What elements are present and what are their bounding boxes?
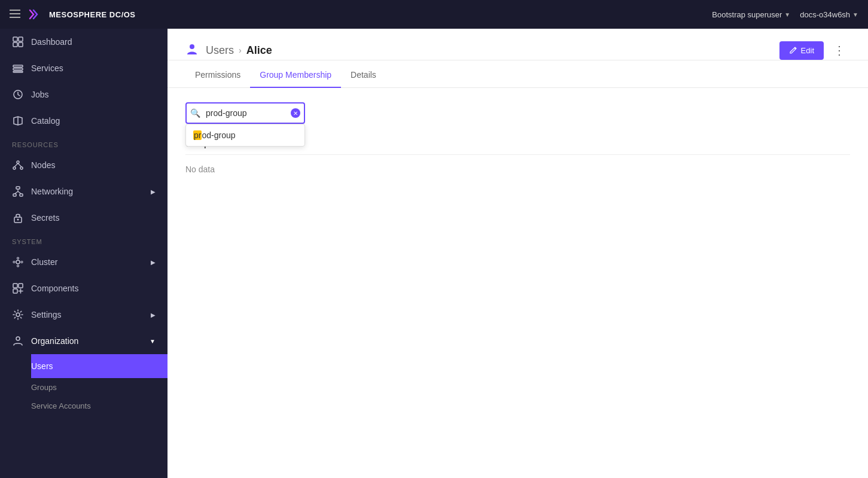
- svg-point-28: [13, 261, 15, 263]
- sidebar-item-networking[interactable]: Networking ▶: [0, 178, 167, 205]
- breadcrumb-parent[interactable]: Users: [206, 44, 234, 57]
- tab-permissions[interactable]: Permissions: [185, 63, 250, 88]
- cluster-chevron-icon: ▶: [151, 259, 156, 266]
- dashboard-icon: [12, 36, 24, 48]
- sidebar-item-jobs[interactable]: Jobs: [0, 81, 167, 108]
- logo-text: MESOSPHERE DC/OS: [49, 10, 136, 19]
- cluster-icon: [12, 256, 24, 268]
- svg-rect-30: [13, 284, 17, 288]
- sidebar-item-label: Organization: [31, 336, 78, 346]
- svg-point-26: [17, 257, 19, 259]
- sidebar-item-label: Components: [31, 284, 78, 293]
- sidebar-item-dashboard[interactable]: Dashboard: [0, 29, 167, 55]
- sidebar-item-label: Settings: [31, 310, 62, 319]
- svg-rect-8: [13, 68, 23, 70]
- header-actions: Edit ⋮: [779, 41, 850, 60]
- svg-rect-17: [16, 187, 20, 189]
- sidebar-item-catalog[interactable]: Catalog: [0, 108, 167, 134]
- breadcrumb: Users › Alice: [185, 42, 272, 59]
- jobs-icon: [12, 89, 24, 101]
- svg-point-12: [17, 161, 19, 163]
- nodes-icon: [12, 159, 24, 171]
- users-sub-label: Users: [31, 361, 53, 371]
- sidebar-item-settings[interactable]: Settings ▶: [0, 302, 167, 328]
- page-header: Users › Alice Edit ⋮: [167, 29, 868, 60]
- sidebar-item-organization[interactable]: Organization ▼: [0, 328, 167, 354]
- svg-point-33: [16, 313, 20, 316]
- svg-point-27: [17, 265, 19, 267]
- svg-line-15: [14, 163, 18, 167]
- more-options-button[interactable]: ⋮: [829, 41, 850, 60]
- user-menu[interactable]: Bootstrap superuser ▼: [712, 10, 790, 19]
- tab-group-membership[interactable]: Group Membership: [250, 63, 341, 88]
- svg-rect-31: [19, 284, 23, 288]
- search-dropdown-item[interactable]: prod-group: [186, 124, 304, 146]
- svg-rect-7: [13, 65, 23, 67]
- svg-rect-0: [10, 10, 20, 11]
- svg-line-21: [15, 191, 19, 194]
- sidebar-item-label: Cluster: [31, 257, 57, 267]
- cluster-label: docs-o34w6sh: [800, 10, 850, 19]
- search-input[interactable]: [185, 102, 305, 124]
- sidebar-item-services[interactable]: Services: [0, 55, 167, 81]
- sidebar-item-secrets[interactable]: Secrets: [0, 205, 167, 231]
- secrets-icon: [12, 212, 24, 224]
- sidebar-item-label: Dashboard: [31, 37, 72, 47]
- sidebar-item-service-accounts[interactable]: Service Accounts: [31, 397, 167, 415]
- sidebar-item-groups[interactable]: Groups: [31, 378, 167, 397]
- settings-chevron-icon: ▶: [151, 312, 156, 318]
- sidebar-item-label: Secrets: [31, 213, 59, 223]
- search-rest: od-group: [202, 130, 235, 140]
- edit-button[interactable]: Edit: [779, 41, 824, 60]
- sidebar-item-label: Nodes: [31, 160, 55, 170]
- no-data-message: No data: [185, 155, 850, 184]
- cluster-menu[interactable]: docs-o34w6sh ▼: [800, 10, 858, 19]
- sidebar-item-cluster[interactable]: Cluster ▶: [0, 249, 167, 275]
- svg-point-14: [20, 167, 23, 169]
- resources-section-label: Resources: [0, 134, 167, 152]
- user-label: Bootstrap superuser: [712, 10, 782, 19]
- search-dropdown: prod-group: [185, 124, 305, 147]
- sidebar-item-label: Jobs: [31, 90, 49, 99]
- sidebar-item-label: Services: [31, 63, 63, 73]
- cluster-caret-icon: ▼: [852, 11, 858, 18]
- networking-icon: [12, 185, 24, 197]
- sidebar-item-nodes[interactable]: Nodes: [0, 152, 167, 178]
- svg-rect-6: [19, 42, 23, 47]
- svg-rect-32: [13, 289, 17, 293]
- sidebar-item-label: Networking: [31, 187, 73, 196]
- tab-details[interactable]: Details: [341, 63, 386, 88]
- services-icon: [12, 62, 24, 74]
- svg-rect-9: [13, 71, 23, 72]
- app-logo: MESOSPHERE DC/OS: [28, 8, 136, 21]
- user-caret-icon: ▼: [784, 11, 790, 18]
- svg-point-35: [190, 44, 194, 49]
- edit-button-label: Edit: [801, 46, 814, 55]
- svg-point-24: [17, 219, 19, 221]
- sidebar-item-label: Catalog: [31, 116, 60, 126]
- sidebar-item-components[interactable]: Components: [0, 275, 167, 302]
- topbar: MESOSPHERE DC/OS Bootstrap superuser ▼ d…: [0, 0, 868, 29]
- tab-bar: Permissions Group Membership Details: [167, 63, 868, 88]
- search-clear-button[interactable]: ✕: [291, 108, 300, 118]
- sidebar-item-users[interactable]: Users: [31, 354, 167, 378]
- svg-rect-1: [10, 13, 20, 14]
- user-breadcrumb-icon: [185, 42, 199, 59]
- breadcrumb-current: Alice: [246, 44, 272, 57]
- networking-chevron-icon: ▶: [151, 188, 156, 195]
- org-sub-menu: Users Groups Service Accounts: [0, 354, 167, 415]
- hamburger-menu[interactable]: [10, 8, 20, 21]
- svg-line-16: [18, 163, 22, 167]
- settings-icon: [12, 309, 24, 321]
- svg-rect-4: [19, 37, 23, 41]
- catalog-icon: [12, 115, 24, 127]
- svg-rect-2: [10, 17, 20, 18]
- svg-rect-19: [20, 194, 23, 196]
- svg-rect-5: [13, 42, 17, 47]
- system-section-label: System: [0, 231, 167, 249]
- main-content: Users › Alice Edit ⋮ Permissions: [167, 29, 868, 478]
- components-icon: [12, 282, 24, 294]
- svg-point-29: [21, 261, 23, 263]
- breadcrumb-separator: ›: [239, 45, 242, 55]
- tab-group-membership-label: Group Membership: [260, 70, 331, 80]
